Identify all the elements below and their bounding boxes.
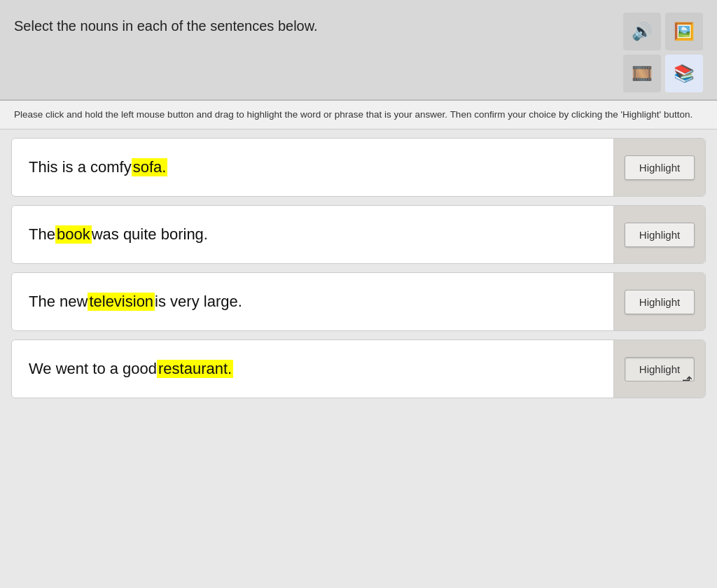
sentence-part-2a: The <box>29 225 55 244</box>
sentence-part-3b: is very large. <box>155 293 242 311</box>
sentence-row-4: We went to a good restaurant. Highlight … <box>11 340 706 398</box>
sentence-row-2: The book was quite boring. Highlight <box>11 205 706 264</box>
highlight-btn-area-1: Highlight <box>614 139 705 196</box>
header: Select the nouns in each of the sentence… <box>0 0 717 101</box>
highlight-button-1[interactable]: Highlight <box>625 155 695 180</box>
highlight-btn-area-4: Highlight ⬏ <box>614 340 705 398</box>
highlight-btn-area-3: Highlight <box>614 273 705 330</box>
sentence-highlight-1: sofa. <box>132 158 168 176</box>
speaker-icon[interactable]: 🔊 <box>623 13 661 50</box>
highlight-button-2[interactable]: Highlight <box>625 223 695 247</box>
sentence-part-1a: This is a comfy <box>29 158 132 176</box>
sentence-row-1: This is a comfy sofa. Highlight <box>11 138 706 197</box>
sentence-row-3: The new television is very large. Highli… <box>11 272 706 331</box>
sentence-text-1[interactable]: This is a comfy sofa. <box>12 139 614 196</box>
sentence-text-2[interactable]: The book was quite boring. <box>12 206 614 263</box>
instruction-bar: Please click and hold the left mouse but… <box>0 101 717 130</box>
sentence-part-4a: We went to a good <box>29 360 157 378</box>
highlight-button-3[interactable]: Highlight <box>625 290 695 314</box>
highlight-button-4[interactable]: Highlight <box>625 357 695 382</box>
sentence-part-3a: The new <box>29 293 88 311</box>
film-icon[interactable]: 🎞️ <box>623 55 661 92</box>
page-title: Select the nouns in each of the sentence… <box>14 13 318 34</box>
sentence-text-4[interactable]: We went to a good restaurant. <box>12 340 614 398</box>
sentence-highlight-4: restaurant. <box>157 360 233 378</box>
sentence-highlight-2: book <box>55 225 92 244</box>
header-icons: 🔊 🖼️ 🎞️ 📚 <box>623 13 703 92</box>
sentence-text-3[interactable]: The new television is very large. <box>12 273 614 330</box>
highlight-btn-area-2: Highlight <box>614 206 705 263</box>
image-icon[interactable]: 🖼️ <box>665 13 703 50</box>
sentence-highlight-3: television <box>88 293 155 311</box>
books-icon[interactable]: 📚 <box>665 55 703 92</box>
main-content: This is a comfy sofa. Highlight The book… <box>0 130 717 407</box>
sentence-part-2b: was quite boring. <box>92 225 208 244</box>
